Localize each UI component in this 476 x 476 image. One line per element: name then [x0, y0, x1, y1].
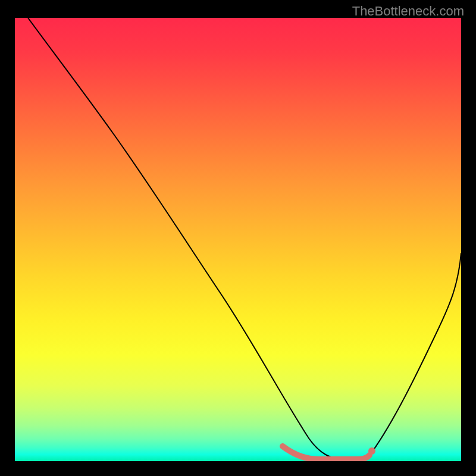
bottleneck-curve — [28, 18, 461, 459]
optimal-point-marker — [368, 447, 375, 455]
optimal-range-highlight — [283, 446, 369, 459]
watermark-text: TheBottleneck.com — [352, 4, 464, 19]
curve-svg — [15, 18, 461, 461]
chart-plot-area — [15, 18, 461, 461]
